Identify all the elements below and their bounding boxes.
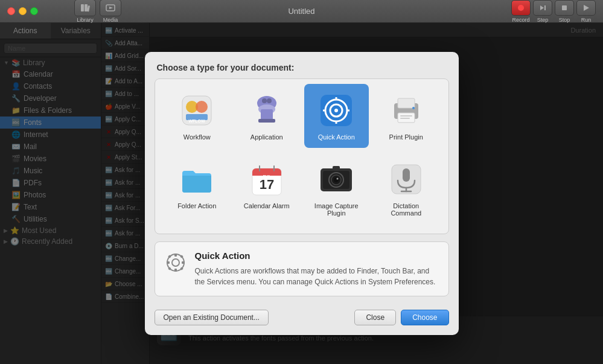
workflow-label: Workflow bbox=[183, 133, 211, 141]
document-type-modal: Choose a type for your document: WFLOW W… bbox=[145, 52, 459, 335]
document-type-grid: WFLOW Workflow bbox=[155, 78, 449, 234]
svg-rect-30 bbox=[398, 98, 415, 108]
option-workflow[interactable]: WFLOW Workflow bbox=[165, 84, 230, 148]
svg-rect-1 bbox=[85, 4, 88, 11]
toolbar-right: Record Step Stop bbox=[511, 0, 603, 23]
quick-action-label: Quick Action bbox=[318, 133, 355, 141]
svg-rect-7 bbox=[544, 5, 546, 10]
print-plugin-label: Print Plugin bbox=[389, 133, 423, 141]
calendar-alarm-icon: 17 JUL bbox=[247, 160, 286, 199]
print-plugin-icon bbox=[387, 91, 426, 130]
svg-point-54 bbox=[172, 259, 179, 266]
modal-desc-gear-icon bbox=[164, 251, 188, 275]
modal-overlay: Choose a type for your document: WFLOW W… bbox=[0, 23, 603, 364]
svg-point-5 bbox=[518, 5, 524, 11]
folder-action-icon bbox=[177, 160, 216, 199]
library-icon bbox=[74, 0, 96, 16]
choose-button[interactable]: Choose bbox=[401, 310, 448, 325]
svg-rect-8 bbox=[562, 5, 567, 10]
step-button[interactable]: Step bbox=[533, 0, 552, 23]
svg-point-28 bbox=[334, 109, 338, 112]
svg-text:WFLOW: WFLOW bbox=[189, 119, 206, 123]
close-button[interactable]: Close bbox=[354, 310, 396, 325]
traffic-lights bbox=[0, 7, 38, 15]
record-button[interactable]: Record bbox=[511, 0, 531, 23]
folder-action-label: Folder Action bbox=[177, 202, 216, 209]
modal-desc-title: Quick Action bbox=[195, 251, 440, 261]
media-button[interactable]: Media bbox=[100, 0, 121, 23]
svg-rect-50 bbox=[403, 168, 410, 182]
main-area: Actions Variables ▼ 📚 Library 📅 Calendar… bbox=[0, 23, 603, 364]
toolbar-left: Library Media bbox=[38, 0, 121, 23]
svg-rect-48 bbox=[333, 166, 340, 170]
modal-desc-content: Quick Action Quick Actions are workflows… bbox=[195, 251, 440, 287]
stop-label: Stop bbox=[559, 17, 570, 23]
svg-rect-59 bbox=[182, 261, 185, 264]
option-application[interactable]: Application bbox=[234, 84, 299, 148]
svg-rect-20 bbox=[258, 119, 275, 123]
record-icon bbox=[511, 0, 531, 16]
dictation-icon bbox=[387, 160, 426, 199]
option-quick-action[interactable]: Quick Action bbox=[304, 84, 369, 148]
option-folder-action[interactable]: Folder Action bbox=[165, 153, 230, 224]
svg-rect-0 bbox=[81, 4, 84, 11]
svg-point-17 bbox=[267, 98, 272, 103]
image-capture-icon bbox=[317, 160, 356, 199]
quick-action-icon bbox=[317, 91, 356, 130]
application-icon bbox=[247, 91, 286, 130]
modal-description: Quick Action Quick Actions are workflows… bbox=[155, 241, 449, 296]
close-button[interactable] bbox=[7, 7, 15, 15]
modal-header: Choose a type for your document: bbox=[145, 52, 459, 78]
stop-icon bbox=[555, 0, 574, 16]
run-icon bbox=[576, 0, 596, 16]
modal-footer-right: Close Choose bbox=[354, 310, 448, 325]
library-button[interactable]: Library bbox=[74, 0, 96, 23]
library-label: Library bbox=[77, 17, 94, 23]
svg-rect-58 bbox=[167, 261, 170, 264]
open-existing-button[interactable]: Open an Existing Document... bbox=[155, 310, 269, 325]
svg-rect-57 bbox=[174, 269, 177, 272]
svg-rect-32 bbox=[400, 115, 412, 117]
media-icon bbox=[100, 0, 121, 16]
svg-rect-56 bbox=[174, 254, 177, 257]
media-label: Media bbox=[103, 17, 118, 23]
svg-point-47 bbox=[337, 178, 339, 180]
svg-marker-9 bbox=[584, 5, 589, 11]
modal-desc-text: Quick Actions are workflows that may be … bbox=[195, 266, 440, 287]
svg-text:JUL: JUL bbox=[262, 174, 271, 179]
image-capture-label: Image Capture Plugin bbox=[309, 202, 365, 217]
svg-rect-19 bbox=[261, 109, 273, 120]
dictation-label: Dictation Command bbox=[378, 202, 434, 217]
minimize-button[interactable] bbox=[19, 7, 27, 15]
step-icon bbox=[533, 0, 552, 16]
run-label: Run bbox=[581, 17, 592, 23]
svg-point-16 bbox=[262, 98, 267, 103]
svg-marker-6 bbox=[540, 5, 544, 10]
option-image-capture[interactable]: Image Capture Plugin bbox=[304, 153, 369, 224]
calendar-alarm-label: Calendar Alarm bbox=[244, 202, 290, 209]
maximize-button[interactable] bbox=[30, 7, 38, 15]
option-dictation[interactable]: Dictation Command bbox=[374, 153, 439, 224]
application-label: Application bbox=[250, 133, 283, 141]
svg-rect-33 bbox=[400, 118, 410, 119]
step-label: Step bbox=[537, 17, 549, 23]
record-label: Record bbox=[512, 17, 529, 23]
option-calendar-alarm[interactable]: 17 JUL Calendar Alarm bbox=[234, 153, 299, 224]
workflow-icon: WFLOW bbox=[177, 91, 216, 130]
option-print-plugin[interactable]: Print Plugin bbox=[374, 84, 439, 148]
window-title: Untitled bbox=[288, 7, 314, 16]
run-button[interactable]: Run bbox=[576, 0, 596, 23]
svg-point-34 bbox=[412, 107, 415, 109]
svg-point-13 bbox=[196, 101, 208, 113]
title-bar: Library Media Untitled Record bbox=[0, 0, 603, 23]
svg-marker-4 bbox=[109, 7, 113, 9]
stop-button[interactable]: Stop bbox=[555, 0, 574, 23]
modal-footer: Open an Existing Document... Close Choos… bbox=[145, 304, 459, 335]
